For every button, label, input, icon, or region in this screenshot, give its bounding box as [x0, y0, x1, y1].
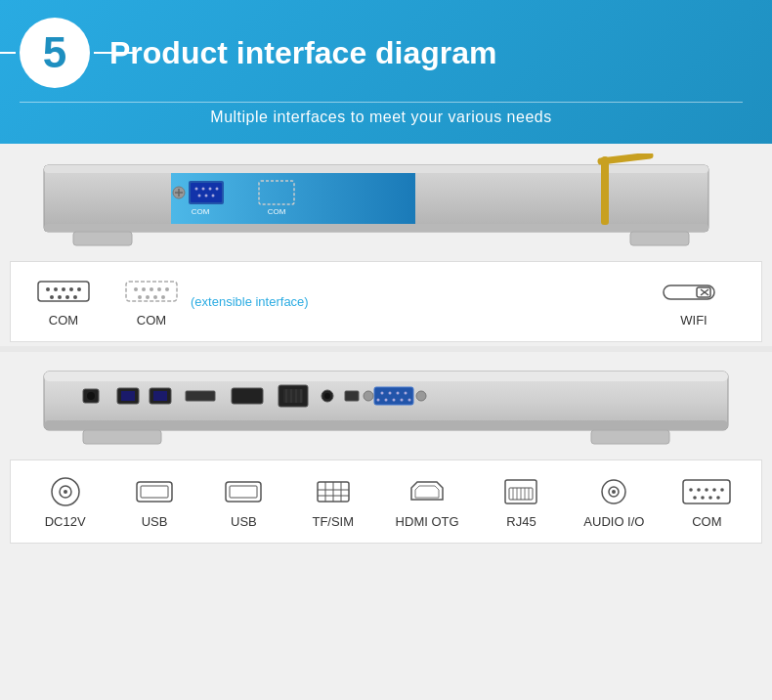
svg-point-10 — [198, 195, 201, 197]
device-top-image: COM COM — [0, 144, 772, 261]
hdmi-label: HDMI OTG — [396, 514, 459, 529]
svg-point-39 — [165, 287, 169, 291]
top-interface-com2: COM — [122, 276, 181, 328]
svg-point-52 — [87, 392, 95, 400]
svg-rect-68 — [374, 387, 413, 405]
svg-point-76 — [401, 399, 404, 402]
svg-rect-86 — [141, 486, 168, 498]
svg-rect-105 — [683, 480, 730, 503]
top-interface-com1: COM — [34, 276, 93, 328]
bottom-com-label: COM — [692, 514, 721, 529]
svg-rect-80 — [83, 430, 161, 444]
svg-rect-23 — [630, 232, 689, 245]
svg-rect-54 — [121, 391, 135, 401]
svg-point-32 — [65, 295, 69, 299]
svg-line-21 — [601, 155, 650, 161]
bottom-dc12v: DC12V — [38, 474, 92, 529]
usb2-label: USB — [231, 514, 257, 529]
svg-point-107 — [698, 488, 702, 492]
svg-point-26 — [54, 287, 58, 291]
bottom-tfsim: TF/SIM — [306, 474, 360, 529]
svg-point-35 — [134, 287, 138, 291]
svg-rect-88 — [230, 486, 257, 498]
svg-rect-67 — [345, 391, 359, 401]
device-top-svg: COM COM — [24, 153, 748, 251]
svg-point-104 — [612, 490, 616, 494]
bottom-rj45: RJ45 — [494, 474, 548, 529]
rj45-icon — [499, 474, 542, 509]
bottom-usb2: USB — [217, 474, 271, 529]
top-interface-wifi: WIFI — [660, 276, 728, 328]
hdmi-icon — [406, 474, 449, 509]
svg-point-27 — [62, 287, 65, 291]
step-number-badge: 5 — [20, 18, 90, 88]
svg-point-84 — [64, 490, 67, 494]
bottom-hdmi: HDMI OTG — [396, 474, 459, 529]
tfsim-icon — [312, 474, 355, 509]
svg-point-66 — [324, 393, 330, 399]
svg-point-106 — [690, 488, 694, 492]
step-number: 5 — [43, 31, 66, 74]
svg-point-42 — [153, 295, 157, 299]
bottom-audio: AUDIO I/O — [583, 474, 644, 529]
svg-point-114 — [717, 496, 721, 500]
dc12v-icon — [44, 474, 87, 509]
header-divider — [20, 102, 743, 103]
svg-point-41 — [146, 295, 150, 299]
svg-point-30 — [50, 295, 54, 299]
extensible-label: (extensible interface) — [191, 294, 309, 309]
svg-point-36 — [142, 287, 146, 291]
svg-point-40 — [138, 295, 142, 299]
device-side-image — [0, 352, 772, 459]
svg-point-69 — [381, 392, 384, 395]
usb1-label: USB — [142, 514, 168, 529]
dc12v-label: DC12V — [45, 514, 86, 529]
svg-point-112 — [702, 496, 706, 500]
svg-point-78 — [364, 391, 373, 401]
com2-icon — [122, 276, 181, 307]
svg-text:COM: COM — [268, 207, 286, 216]
svg-point-43 — [161, 295, 165, 299]
svg-rect-87 — [226, 482, 261, 502]
usb2-icon — [222, 474, 265, 509]
svg-point-38 — [157, 287, 161, 291]
svg-point-29 — [77, 287, 81, 291]
svg-point-73 — [377, 399, 380, 402]
svg-rect-58 — [232, 388, 263, 404]
tfsim-label: TF/SIM — [312, 514, 354, 529]
wifi-label: WIFI — [680, 313, 707, 328]
svg-point-37 — [150, 287, 153, 291]
svg-rect-56 — [153, 391, 167, 401]
page-title: Product interface diagram — [109, 35, 743, 71]
bottom-interface-box: DC12V USB USB TF/SIM HDM — [10, 459, 762, 544]
com1-icon — [34, 276, 93, 307]
svg-rect-5 — [191, 183, 222, 202]
svg-point-75 — [393, 399, 396, 402]
svg-point-28 — [69, 287, 73, 291]
wifi-icon — [660, 276, 728, 307]
svg-point-109 — [713, 488, 717, 492]
bottom-com: COM — [680, 474, 734, 529]
device-side-svg — [24, 362, 748, 450]
svg-rect-3 — [44, 224, 708, 232]
svg-rect-85 — [137, 482, 172, 502]
svg-point-9 — [216, 188, 219, 191]
svg-point-71 — [397, 392, 400, 395]
svg-point-8 — [209, 188, 212, 191]
top-interface-box: COM COM (extensible interface) WIFI — [10, 261, 762, 342]
bottom-usb1: USB — [128, 474, 182, 529]
svg-point-113 — [709, 496, 713, 500]
svg-rect-57 — [186, 391, 215, 401]
svg-point-70 — [389, 392, 392, 395]
audio-label: AUDIO I/O — [583, 514, 644, 529]
svg-point-25 — [46, 287, 50, 291]
svg-point-11 — [205, 195, 208, 197]
svg-point-6 — [195, 188, 198, 191]
bottom-com-icon — [681, 474, 732, 509]
svg-point-111 — [694, 496, 698, 500]
svg-point-77 — [408, 399, 411, 402]
rj45-label: RJ45 — [506, 514, 536, 529]
com1-label: COM — [49, 313, 78, 328]
svg-point-33 — [73, 295, 77, 299]
svg-rect-19 — [601, 161, 609, 225]
